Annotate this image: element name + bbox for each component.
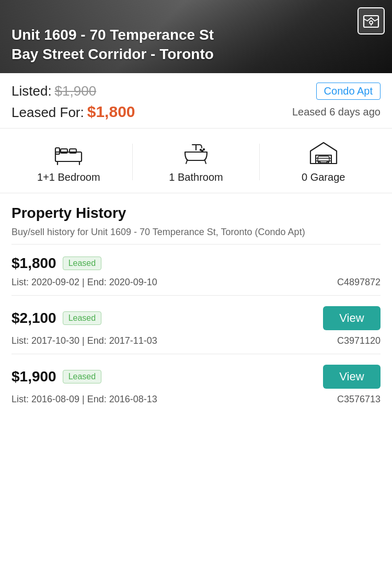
entry-3-status: Leased xyxy=(63,370,102,383)
bathroom-icon xyxy=(180,140,212,166)
map-icon xyxy=(362,12,380,30)
leased-for-label: Leased For: xyxy=(11,104,84,121)
bedroom-icon xyxy=(53,140,84,166)
listed-label: Listed: xyxy=(11,83,52,99)
svg-line-10 xyxy=(205,160,206,164)
entry-1-price-row: $1,800 Leased xyxy=(11,255,101,272)
entry-2-price: $2,100 xyxy=(11,310,56,327)
history-subtitle: Buy/sell history for Unit 1609 - 70 Temp… xyxy=(11,226,381,239)
garage-label: 0 Garage xyxy=(302,171,345,183)
entry-2-view-button[interactable]: View xyxy=(323,306,381,330)
history-title: Property History xyxy=(11,205,381,222)
svg-point-1 xyxy=(370,21,373,24)
property-history-section: Property History Buy/sell history for Un… xyxy=(0,193,392,412)
listed-price: $1,900 xyxy=(55,83,97,99)
bedroom-feature: 1+1 Bedroom xyxy=(5,140,132,183)
svg-line-9 xyxy=(186,160,187,164)
condo-badge: Condo Apt xyxy=(316,83,381,100)
price-section: Listed: $1,900 Condo Apt Leased For: $1,… xyxy=(0,73,392,129)
garage-icon xyxy=(308,140,339,166)
entry-1-price: $1,800 xyxy=(11,255,56,272)
entry-1-id: C4897872 xyxy=(337,277,381,288)
garage-feature: 0 Garage xyxy=(260,140,387,183)
history-entry-1: $1,800 Leased List: 2020-09-02 | End: 20… xyxy=(11,244,381,295)
entry-3-id: C3576713 xyxy=(337,394,381,405)
svg-point-13 xyxy=(200,149,201,150)
svg-marker-17 xyxy=(310,143,337,164)
bathroom-label: 1 Bathroom xyxy=(169,171,223,183)
entry-1-dates: List: 2020-09-02 | End: 2020-09-10 xyxy=(11,277,157,288)
entry-2-price-row: $2,100 Leased xyxy=(11,310,101,327)
svg-point-14 xyxy=(202,150,203,152)
entry-3-top: $1,900 Leased View xyxy=(11,365,381,389)
svg-point-15 xyxy=(203,149,204,150)
property-header-image: Unit 1609 - 70 Temperance St Bay Street … xyxy=(0,0,392,73)
entry-2-top: $2,100 Leased View xyxy=(11,306,381,330)
property-title: Unit 1609 - 70 Temperance St Bay Street … xyxy=(11,26,214,64)
history-entry-3: $1,900 Leased View List: 2016-08-09 | En… xyxy=(11,354,381,412)
listed-row: Listed: $1,900 Condo Apt xyxy=(11,83,381,100)
history-entry-2: $2,100 Leased View List: 2017-10-30 | En… xyxy=(11,295,381,354)
entry-3-price: $1,900 xyxy=(11,368,56,385)
svg-rect-4 xyxy=(55,148,60,154)
entry-1-status: Leased xyxy=(63,257,102,270)
leased-days-text: Leased 6 days ago xyxy=(292,106,381,118)
entry-3-view-button[interactable]: View xyxy=(323,365,381,389)
leased-price: $1,800 xyxy=(87,103,135,121)
entry-1-top: $1,800 Leased xyxy=(11,255,381,272)
bedroom-label: 1+1 Bedroom xyxy=(37,171,100,183)
bathroom-feature: 1 Bathroom xyxy=(133,140,260,183)
entry-1-dates-row: List: 2020-09-02 | End: 2020-09-10 C4897… xyxy=(11,277,381,288)
entry-3-dates: List: 2016-08-09 | End: 2016-08-13 xyxy=(11,394,157,405)
features-section: 1+1 Bedroom xyxy=(0,129,392,193)
entry-2-id: C3971120 xyxy=(337,335,381,346)
entry-3-price-row: $1,900 Leased xyxy=(11,368,101,385)
map-icon-button[interactable] xyxy=(358,7,385,34)
entry-2-status: Leased xyxy=(63,311,102,325)
leased-row: Leased For: $1,800 Leased 6 days ago xyxy=(11,103,381,121)
entry-2-dates-row: List: 2017-10-30 | End: 2017-11-03 C3971… xyxy=(11,335,381,346)
entry-3-dates-row: List: 2016-08-09 | End: 2016-08-13 C3576… xyxy=(11,394,381,405)
entry-2-dates: List: 2017-10-30 | End: 2017-11-03 xyxy=(11,335,157,346)
